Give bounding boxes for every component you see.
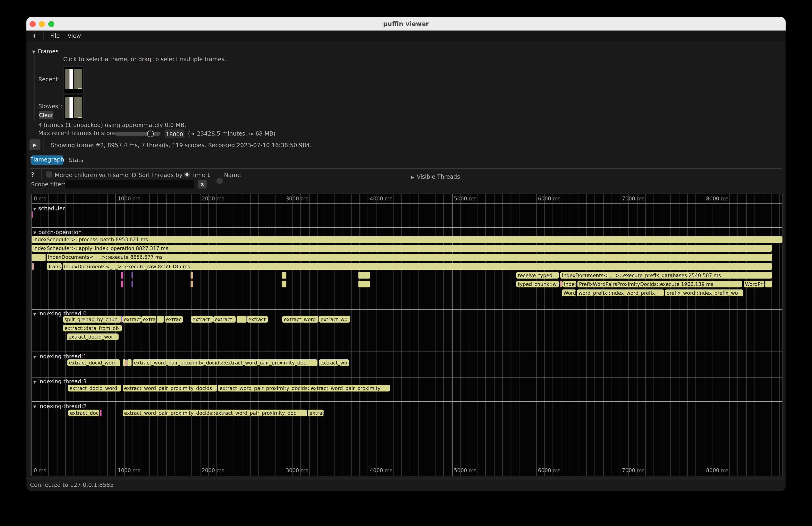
scope-bar[interactable] bbox=[282, 272, 287, 279]
frame-bar-selected[interactable] bbox=[69, 97, 73, 118]
scope-bar[interactable]: extract_doc bbox=[68, 409, 99, 416]
scope-bar[interactable] bbox=[125, 360, 127, 366]
scope-bar[interactable] bbox=[122, 360, 125, 366]
scope-bar[interactable]: split_grenad_by_chun bbox=[63, 316, 121, 322]
scope-bar[interactable]: extrac bbox=[308, 409, 323, 416]
menu-view[interactable]: View bbox=[67, 33, 82, 39]
scope-bar[interactable]: WordPr bbox=[743, 281, 764, 287]
scope-bar[interactable]: IndexDocuments<_, _>::execute_raw 8459.1… bbox=[62, 263, 772, 269]
scope-bar[interactable]: prefix_word::index_prefix_wo bbox=[665, 290, 743, 296]
scope-bar[interactable] bbox=[127, 360, 131, 366]
scope-bar[interactable]: extract bbox=[247, 316, 267, 322]
scope-bar[interactable]: PrefixWordPairsProximityDocids::execute … bbox=[578, 281, 742, 287]
scope-bar[interactable] bbox=[282, 281, 287, 287]
scope-bar[interactable] bbox=[31, 211, 32, 218]
frame-bar[interactable] bbox=[74, 69, 77, 89]
tab-flamegraph[interactable]: Flamegraph bbox=[31, 155, 63, 164]
help-button[interactable]: ? bbox=[31, 171, 34, 178]
flamegraph-canvas[interactable]: 0 ms0 ms1000 ms1000 ms2000 ms2000 ms3000… bbox=[31, 194, 783, 477]
slider-handle[interactable] bbox=[147, 130, 154, 137]
sort-name-label[interactable]: Name bbox=[224, 172, 241, 179]
scope-bar[interactable] bbox=[131, 272, 133, 279]
scope-bar[interactable]: IndexScheduler>::apply_index_operation 8… bbox=[31, 245, 772, 252]
scope-bar[interactable]: IndexDocuments<_, _>::execute_prefix_dat… bbox=[560, 272, 772, 279]
close-button-icon[interactable] bbox=[29, 21, 35, 27]
scope-bar[interactable]: extract_word bbox=[282, 316, 318, 322]
scope-bar[interactable]: IndexScheduler>::process_batch 8953.821 … bbox=[31, 236, 782, 243]
thread-header[interactable]: ▼indexing-thread:0 bbox=[33, 310, 87, 317]
visible-threads-header[interactable]: ▶Visible Threads bbox=[411, 171, 460, 180]
scope-bar[interactable]: extract_word_pair_proximity_docids bbox=[122, 384, 217, 391]
minimize-button-icon[interactable] bbox=[39, 21, 45, 27]
scope-bar[interactable]: extract_word_pair_proximity_docids::extr… bbox=[218, 384, 390, 391]
scope-bar[interactable]: extract_word_pair_proximity_docids::extr… bbox=[122, 409, 307, 416]
merge-children-label[interactable]: Merge children with same ID bbox=[55, 172, 136, 179]
sort-time-radio[interactable] bbox=[184, 171, 190, 177]
scope-bar[interactable]: extrac bbox=[164, 316, 183, 322]
frames-collapsing-header[interactable]: ▼Frames bbox=[32, 46, 59, 55]
frame-bar[interactable] bbox=[78, 97, 82, 118]
scope-bar[interactable]: extract_word_pair_proximity_docids::extr… bbox=[132, 360, 317, 366]
tab-stats[interactable]: Stats bbox=[69, 157, 84, 164]
scope-bar[interactable] bbox=[131, 281, 133, 287]
scope-bar[interactable] bbox=[765, 281, 772, 287]
theme-toggle-icon[interactable]: ☀ bbox=[32, 33, 37, 39]
play-button[interactable]: ▶ bbox=[29, 139, 40, 150]
scope-bar[interactable]: extract_docid_word bbox=[68, 360, 120, 366]
thread-header[interactable]: ▼indexing-thread:2 bbox=[33, 403, 87, 409]
scope-bar[interactable] bbox=[121, 272, 123, 279]
scope-bar[interactable]: extract_ bbox=[191, 316, 213, 322]
scope-bar[interactable] bbox=[358, 272, 369, 279]
clear-filter-button[interactable]: x bbox=[198, 179, 207, 188]
scope-bar[interactable] bbox=[121, 316, 122, 322]
scope-bar[interactable]: extract::data_from_ob bbox=[63, 324, 122, 331]
scope-bar[interactable] bbox=[100, 409, 102, 416]
sort-time-label[interactable]: Time bbox=[191, 172, 205, 179]
clear-frames-button[interactable]: Clear bbox=[39, 111, 54, 119]
scope-bar[interactable]: Trans bbox=[46, 263, 62, 269]
scope-bar[interactable]: extra bbox=[141, 316, 156, 322]
menu-file[interactable]: File bbox=[49, 33, 61, 39]
scope-bar[interactable]: extract_docid_word bbox=[68, 384, 121, 391]
slowest-frames-thumbnail[interactable] bbox=[63, 95, 84, 120]
statusbar-text: Connected to 127.0.0.1:8585 bbox=[30, 482, 114, 488]
max-frames-value[interactable]: 18000 bbox=[165, 130, 185, 138]
scope-bar[interactable]: extract_wo bbox=[319, 360, 349, 366]
scope-bar[interactable] bbox=[32, 263, 33, 269]
thread-header[interactable]: ▼scheduler bbox=[33, 205, 65, 211]
thread-header[interactable]: ▼batch-operation bbox=[33, 229, 82, 235]
scope-bar[interactable]: index bbox=[562, 281, 576, 287]
scope-bar[interactable]: Word bbox=[562, 290, 576, 296]
sort-direction-icon[interactable]: ↓ bbox=[206, 172, 211, 178]
scope-bar[interactable]: IndexDocuments<_, _>::execute 8656.677 m… bbox=[46, 254, 772, 261]
thread-header[interactable]: ▼indexing-thread:1 bbox=[33, 353, 87, 360]
scope-bar[interactable] bbox=[157, 316, 164, 322]
scope-bar[interactable]: extract_ bbox=[213, 316, 236, 322]
merge-children-checkbox[interactable] bbox=[46, 171, 53, 177]
frame-bar[interactable] bbox=[74, 97, 77, 118]
scope-bar[interactable] bbox=[236, 316, 246, 322]
frame-bar[interactable] bbox=[65, 97, 69, 118]
scope-bar[interactable] bbox=[190, 281, 193, 287]
scope-bar[interactable] bbox=[121, 281, 123, 287]
scope-bar[interactable] bbox=[358, 281, 369, 287]
frame-bar[interactable] bbox=[65, 69, 69, 89]
thread-header[interactable]: ▼indexing-thread:3 bbox=[33, 378, 87, 384]
scope-bar[interactable] bbox=[190, 272, 193, 279]
scope-bar[interactable]: receive_typed_ bbox=[516, 272, 559, 279]
scope-bar[interactable]: word_prefix::index_word_prefix_ bbox=[577, 290, 664, 296]
max-frames-slider[interactable] bbox=[115, 132, 161, 136]
maximize-button-icon[interactable] bbox=[48, 21, 54, 27]
scope-bar[interactable]: extract_wo bbox=[319, 316, 350, 322]
scope-bar[interactable] bbox=[31, 254, 45, 261]
titlebar[interactable]: puffin viewer bbox=[26, 17, 786, 31]
showing-frame-line: Showing frame #2, 8957.4 ms, 7 threads, … bbox=[51, 142, 312, 148]
scope-filter-input[interactable] bbox=[64, 179, 194, 188]
frame-bar-selected[interactable] bbox=[69, 69, 73, 89]
scope-bar[interactable]: extract_docid_wor bbox=[67, 334, 118, 340]
scope-bar[interactable]: extract bbox=[122, 316, 141, 322]
recent-frames-thumbnail[interactable] bbox=[63, 66, 84, 93]
frame-bar[interactable] bbox=[78, 69, 82, 89]
scope-bar[interactable]: typed_chunk::w bbox=[516, 281, 559, 287]
scope-bar[interactable] bbox=[560, 281, 562, 287]
